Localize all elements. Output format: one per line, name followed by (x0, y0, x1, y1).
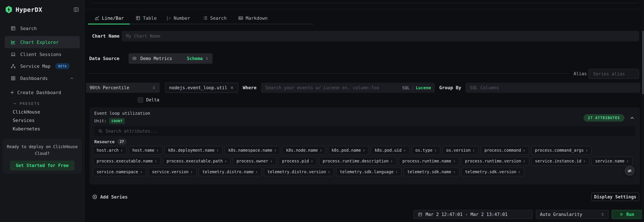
presets-list: ClickHouse Services Kubernetes (0, 108, 84, 133)
attribute-chip[interactable]: os.version› (442, 146, 478, 155)
chart-name-input[interactable] (122, 31, 639, 41)
attribute-chip[interactable]: telemetry.distro.name› (199, 168, 262, 176)
chevron-right-icon: › (310, 159, 313, 164)
attribute-chip[interactable]: telemetry.sdk.name› (404, 168, 459, 176)
attribute-chip[interactable]: process.executable.name› (93, 157, 161, 166)
tab-line-bar[interactable]: Line/Bar (91, 13, 127, 23)
line-bar-chart-icon (94, 15, 100, 20)
attribute-chip[interactable]: os.type› (412, 146, 440, 155)
sidebar-item-label: Chart Explorer (20, 40, 59, 45)
filters-fab-button[interactable] (625, 166, 634, 176)
where-search-input[interactable] (261, 83, 402, 93)
attribute-chip[interactable]: k8s.deployment.name› (164, 146, 222, 155)
granularity-select[interactable]: Auto Granularity (536, 210, 609, 219)
attribute-chip[interactable]: service.version› (148, 168, 196, 176)
number-123-icon: 123 (166, 15, 171, 20)
attribute-chip[interactable]: process.executable.path› (163, 157, 231, 166)
tab-number[interactable]: 123 Number (163, 13, 194, 23)
brand-name[interactable]: HyperDX (16, 6, 42, 13)
scrollbar-thumb[interactable] (642, 31, 644, 94)
hyperdx-logo-icon[interactable] (5, 5, 12, 14)
selector-icon (152, 85, 156, 90)
run-button[interactable]: Run (612, 210, 642, 219)
sidebar-item-search[interactable]: Search (0, 23, 84, 33)
separator: | (410, 85, 416, 90)
granularity-value: Auto Granularity (540, 212, 582, 217)
attribute-chip[interactable]: telemetry.distro.version› (264, 168, 334, 176)
attribute-chip[interactable]: process.runtime.name› (399, 157, 459, 166)
presets-toggle[interactable]: PRESETS (0, 100, 84, 107)
delta-option: Delta (138, 97, 159, 103)
attribute-chip[interactable]: process.runtime.description› (319, 157, 397, 166)
create-dashboard-button[interactable]: Create Dashboard (0, 88, 84, 97)
chevron-right-icon: › (523, 148, 526, 153)
metric-field-tag[interactable]: nodejs.event_loop.util (165, 83, 238, 93)
sidebar-item-dashboards[interactable]: Dashboards (0, 73, 84, 83)
attribute-chip[interactable]: process.runtime.version› (462, 157, 529, 166)
alias-input[interactable] (588, 69, 639, 79)
collapse-sidebar-icon[interactable] (73, 7, 79, 12)
tab-label: Markdown (246, 15, 268, 21)
attribute-chip[interactable]: service.instance.id› (531, 157, 590, 166)
chevron-right-icon: › (395, 169, 398, 174)
laptop-icon (10, 52, 16, 57)
chevron-right-icon: › (328, 169, 330, 174)
attribute-chip[interactable]: telemetry.sdk.language› (336, 168, 402, 176)
display-settings-button[interactable]: Display Settings (591, 193, 639, 201)
chevron-up-icon (70, 76, 74, 80)
preset-item[interactable]: Services (0, 116, 84, 125)
circle-plus-icon (92, 194, 98, 200)
active-tab-indicator (88, 24, 130, 24)
close-icon[interactable] (230, 85, 234, 90)
attribute-chip[interactable]: process.owner› (233, 157, 276, 166)
delta-label: Delta (146, 97, 159, 102)
get-started-button[interactable]: Get Started for Free (10, 161, 74, 170)
chevron-down-icon (13, 102, 17, 106)
sidebar-item-label: Search (20, 26, 37, 31)
alias-label: Alias (574, 71, 587, 76)
data-source-label: Data Source (89, 56, 120, 61)
create-dashboard-label: Create Dashboard (17, 90, 61, 95)
attribute-chip[interactable]: telemetry.sdk.version› (462, 168, 524, 176)
tab-label: Number (174, 15, 190, 21)
tab-table[interactable]: Table (132, 13, 160, 23)
attribute-chip[interactable]: host.name› (129, 146, 162, 155)
tab-label: Table (143, 15, 156, 21)
tab-search[interactable]: Search (199, 13, 230, 23)
where-label: Where (243, 85, 256, 90)
attribute-search-input[interactable] (103, 126, 635, 136)
chevron-right-icon: › (255, 169, 258, 174)
tab-label: Search (210, 15, 227, 21)
sidebar-item-label: Client Sessions (20, 52, 62, 57)
chevron-up-icon[interactable] (630, 115, 635, 121)
sql-option[interactable]: SQL (402, 85, 410, 90)
chevron-right-icon: › (224, 159, 227, 164)
add-series-button[interactable]: Add Series (92, 193, 128, 201)
plus-icon (10, 90, 14, 95)
time-range-picker[interactable]: Mar 2 12:47:01 - Mar 2 13:47:01 (414, 210, 533, 219)
aggregation-select[interactable]: 90th Percentile (86, 83, 160, 93)
lucene-option[interactable]: Lucene (416, 85, 431, 90)
attribute-chip[interactable]: process.pid› (278, 157, 317, 166)
group-by-input[interactable] (466, 83, 640, 93)
preset-item[interactable]: Kubernetes (0, 125, 84, 133)
attribute-chip[interactable]: k8s.node.name› (282, 146, 326, 155)
sidebar-item-service-map[interactable]: Service Map BETA (0, 61, 84, 71)
tab-markdown[interactable]: Markdown (235, 13, 271, 23)
delta-checkbox[interactable] (138, 97, 143, 103)
attribute-chip[interactable]: k8s.pod.uid› (371, 146, 410, 155)
sidebar-item-client-sessions[interactable]: Client Sessions (0, 49, 84, 59)
attribute-chip[interactable]: service.name› (592, 157, 632, 166)
attribute-chip[interactable]: process.command_args› (531, 146, 592, 155)
attribute-chip[interactable]: k8s.namespace.name› (225, 146, 280, 155)
sidebar-item-chart-explorer[interactable]: Chart Explorer (5, 36, 80, 48)
attribute-chip[interactable]: process.command› (481, 146, 529, 155)
attribute-chip[interactable]: host.arch› (93, 146, 127, 155)
attribute-chip[interactable]: k8s.pod.name› (328, 146, 369, 155)
attribute-chip[interactable]: service.namespace› (93, 168, 146, 176)
attribute-search-box (94, 126, 635, 136)
schema-link[interactable]: Schema (187, 56, 203, 61)
preset-item[interactable]: ClickHouse (0, 108, 84, 116)
query-language-toggle[interactable]: SQL|Lucene (402, 85, 435, 90)
data-source-select[interactable]: Demo Metrics Schema (128, 53, 212, 64)
